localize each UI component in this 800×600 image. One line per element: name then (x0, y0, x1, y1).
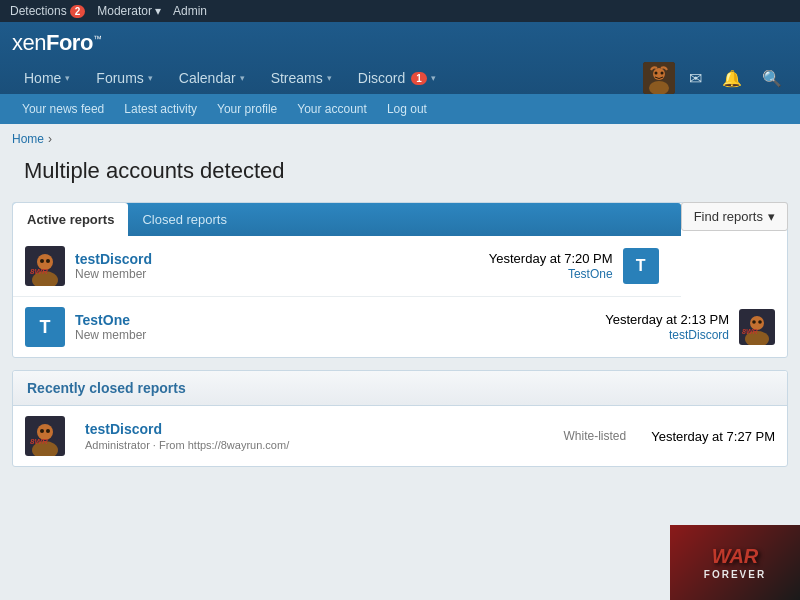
testone-right: Yesterday at 2:13 PM testDiscord 8WR (605, 309, 775, 345)
moderator-menu[interactable]: Moderator ▾ (97, 4, 161, 18)
svg-text:8WR: 8WR (30, 267, 48, 276)
testone-time: Yesterday at 2:13 PM (605, 312, 729, 327)
table-row: T TestOne New member Yesterday at 2:13 P… (13, 297, 787, 357)
war-forever-title: WAR (704, 545, 766, 567)
notifications-icon[interactable]: 🔔 (716, 63, 748, 94)
closed-testdiscord-meta: Administrator · From https://8wayrun.com… (85, 439, 563, 451)
war-forever-ad[interactable]: WAR FOREVER (670, 525, 800, 600)
nav-streams[interactable]: Streams ▾ (259, 62, 344, 94)
table-row: 8WR testDiscord Administrator · From htt… (13, 406, 787, 466)
closed-testdiscord-info: testDiscord Administrator · From https:/… (85, 421, 563, 451)
testone-role: New member (75, 328, 605, 342)
avatar-img (643, 62, 675, 94)
subnav-log-out[interactable]: Log out (377, 94, 437, 124)
table-row: 8WR testDiscord New member Yesterday at … (13, 236, 681, 297)
war-forever-subtitle: FOREVER (704, 569, 766, 580)
home-arrow-icon: ▾ (65, 73, 70, 83)
find-reports-button[interactable]: Find reports ▾ (681, 202, 788, 231)
streams-arrow-icon: ▾ (327, 73, 332, 83)
svg-point-14 (752, 320, 756, 324)
logo-tm: ™ (93, 34, 102, 44)
testone-related-user[interactable]: testDiscord (669, 328, 729, 342)
svg-point-21 (46, 429, 50, 433)
testdiscord-avatar-small: 8WR (739, 309, 775, 345)
closed-report-right: White-listed Yesterday at 7:27 PM (563, 429, 775, 444)
svg-point-8 (40, 259, 44, 263)
discord-badge: 1 (411, 72, 427, 85)
logo-xen: xen (12, 30, 46, 55)
logo[interactable]: xenForo™ (12, 30, 101, 56)
subnav-latest-activity[interactable]: Latest activity (114, 94, 207, 124)
recently-closed-header: Recently closed reports (13, 371, 787, 406)
testdiscord-related-user[interactable]: TestOne (568, 267, 613, 281)
svg-point-3 (655, 72, 658, 75)
admin-menu[interactable]: Admin (173, 4, 207, 18)
detections-badge: 2 (70, 5, 86, 18)
testdiscord-role: New member (75, 267, 489, 281)
detections-label: Detections (10, 4, 67, 18)
nav-home[interactable]: Home ▾ (12, 62, 82, 94)
testone-username[interactable]: TestOne (75, 312, 605, 328)
user-avatar[interactable] (643, 62, 675, 94)
breadcrumb-separator: › (48, 132, 52, 146)
breadcrumb-home[interactable]: Home (12, 132, 44, 146)
nav-bar: Home ▾ Forums ▾ Calendar ▾ Streams ▾ Dis… (12, 62, 788, 94)
subnav-news-feed[interactable]: Your news feed (12, 94, 114, 124)
main-content: Find reports ▾ Active reports Closed rep… (0, 202, 800, 467)
find-reports-arrow-icon: ▾ (768, 209, 775, 224)
messages-icon[interactable]: ✉ (683, 63, 708, 94)
page-title-area: Multiple accounts detected (0, 154, 800, 194)
svg-point-20 (40, 429, 44, 433)
svg-point-15 (758, 320, 762, 324)
subnav-your-account[interactable]: Your account (287, 94, 377, 124)
testdiscord-avatar: 8WR (25, 246, 65, 286)
detections-menu[interactable]: Detections 2 (10, 4, 85, 18)
testdiscord-time: Yesterday at 7:20 PM (489, 251, 613, 266)
tab-closed-reports[interactable]: Closed reports (128, 203, 241, 236)
forums-arrow-icon: ▾ (148, 73, 153, 83)
testdiscord-right: Yesterday at 7:20 PM TestOne T (489, 248, 669, 284)
calendar-arrow-icon: ▾ (240, 73, 245, 83)
recently-closed-section: Recently closed reports 8WR testDiscord … (12, 370, 788, 467)
testone-avatar-small: T (623, 248, 659, 284)
closed-testdiscord-avatar: 8WR (25, 416, 65, 456)
subnav-your-profile[interactable]: Your profile (207, 94, 287, 124)
svg-point-9 (46, 259, 50, 263)
report-tabs-container: Active reports Closed reports 8WR testDi… (12, 202, 788, 358)
page-title: Multiple accounts detected (24, 158, 776, 184)
testdiscord-info: testDiscord New member (75, 251, 489, 281)
report-tabs: Active reports Closed reports (13, 203, 681, 236)
logo-foro: Foro (46, 30, 93, 55)
search-icon[interactable]: 🔍 (756, 63, 788, 94)
tab-active-reports[interactable]: Active reports (13, 203, 128, 236)
testone-avatar: T (25, 307, 65, 347)
breadcrumb: Home › (0, 124, 800, 154)
admin-bar: Detections 2 Moderator ▾ Admin (0, 0, 800, 22)
discord-arrow-icon: ▾ (431, 73, 436, 83)
nav-icons: ✉ 🔔 🔍 (643, 62, 788, 94)
closed-time: Yesterday at 7:27 PM (651, 429, 775, 444)
closed-testdiscord-username[interactable]: testDiscord (85, 421, 563, 437)
svg-text:8WR: 8WR (30, 437, 48, 446)
nav-links: Home ▾ Forums ▾ Calendar ▾ Streams ▾ Dis… (12, 62, 448, 94)
testone-info: TestOne New member (75, 312, 605, 342)
header: xenForo™ Home ▾ Forums ▾ Calendar ▾ Stre… (0, 22, 800, 94)
svg-text:8WR: 8WR (742, 328, 758, 335)
nav-discord[interactable]: Discord 1 ▾ (346, 62, 448, 94)
nav-calendar[interactable]: Calendar ▾ (167, 62, 257, 94)
white-listed-badge: White-listed (563, 429, 626, 443)
nav-forums[interactable]: Forums ▾ (84, 62, 164, 94)
sub-nav: Your news feed Latest activity Your prof… (0, 94, 800, 124)
testdiscord-username[interactable]: testDiscord (75, 251, 489, 267)
moderator-arrow-icon: ▾ (155, 4, 161, 18)
svg-point-4 (661, 72, 664, 75)
